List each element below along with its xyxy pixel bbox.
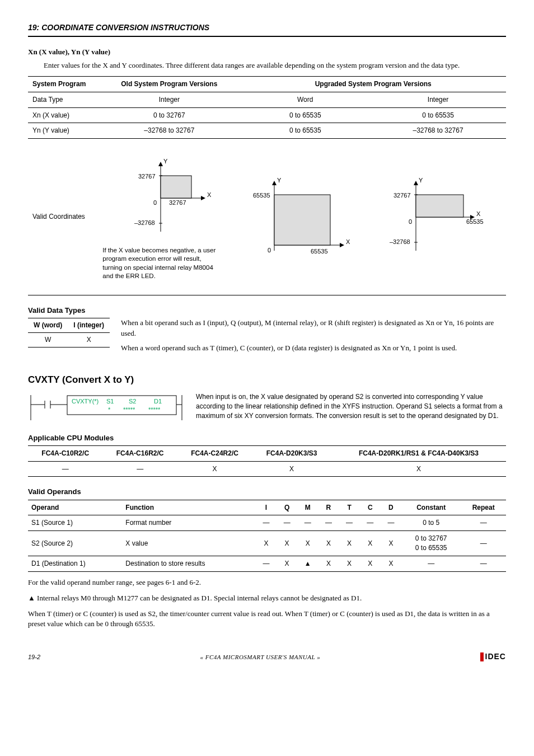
td: X xyxy=(277,531,297,556)
cvxty-desc: When input is on, the X value designated… xyxy=(196,392,506,421)
td: Yn (Y value) xyxy=(28,123,98,139)
td: — xyxy=(297,515,318,531)
svg-marker-24 xyxy=(414,181,418,185)
logo-text: IDEC xyxy=(485,651,506,663)
cvxty-row: CVXTY(*) S1 S2 D1 * ***** ***** When inp… xyxy=(28,392,506,423)
td: X xyxy=(339,531,360,556)
td: — xyxy=(28,461,102,477)
svg-marker-16 xyxy=(340,243,344,247)
manual-title: « FC4A MICROSMART USER'S MANUAL » xyxy=(200,653,320,661)
td: 0 to 65535 xyxy=(240,107,370,123)
td: W xyxy=(28,333,68,348)
svg-text:65535: 65535 xyxy=(311,248,328,255)
body-p3: When T (timer) or C (counter) is used as… xyxy=(28,609,506,629)
td: — xyxy=(256,556,277,571)
svg-text:S2: S2 xyxy=(129,398,136,405)
svg-text:65535: 65535 xyxy=(466,218,484,225)
td: X value xyxy=(122,531,256,556)
th-old-versions: Old System Program Versions xyxy=(98,76,240,92)
coord-diagram-2: Y X 65535 0 65535 xyxy=(252,172,358,262)
td: — xyxy=(360,515,381,531)
th-q: Q xyxy=(277,500,297,515)
td: — xyxy=(102,461,177,477)
td: S1 (Source 1) xyxy=(28,515,122,531)
diagram-cell-1: Y X 32767 0 32767 –32768 If the X value … xyxy=(98,139,240,295)
coordinate-table: System Program Old System Program Versio… xyxy=(28,76,506,295)
td: X xyxy=(68,333,110,348)
td: Data Type xyxy=(28,92,98,107)
svg-text:X: X xyxy=(476,210,481,217)
td: 0 to 32767 xyxy=(98,107,240,123)
th: FC4A-D20RK1/RS1 & FC4A-D40K3/S3 xyxy=(331,445,506,461)
td: X xyxy=(318,531,339,556)
td: Word xyxy=(240,92,370,107)
th-c: C xyxy=(360,500,381,515)
td: X xyxy=(331,461,506,477)
th-integer: I (integer) xyxy=(68,318,110,333)
valid-types-p2: When a word operand such as T (timer), C… xyxy=(121,343,506,353)
valid-types-p1: When a bit operand such as I (input), Q … xyxy=(121,318,506,338)
td: — xyxy=(461,556,506,571)
svg-rect-27 xyxy=(416,195,463,217)
td: X xyxy=(318,556,339,571)
td-valid-coords: Valid Coordinates xyxy=(28,139,98,295)
svg-text:*****: ***** xyxy=(148,406,161,413)
page-footer: 19-2 « FC4A MICROSMART USER'S MANUAL » I… xyxy=(28,651,506,663)
valid-operands-head: Valid Operands xyxy=(28,487,506,497)
th: FC4A-D20K3/S3 xyxy=(252,445,331,461)
td: S2 (Source 2) xyxy=(28,531,122,556)
chapter-number: 19: xyxy=(28,23,39,32)
td: Format number xyxy=(122,515,256,531)
svg-marker-3 xyxy=(201,196,205,200)
svg-text:CVXTY(*): CVXTY(*) xyxy=(72,398,99,405)
td: X xyxy=(339,556,360,571)
td: — xyxy=(277,515,297,531)
th-operand: Operand xyxy=(28,500,122,515)
svg-text:–32768: –32768 xyxy=(390,238,410,245)
section-title: Xn (X value), Yn (Y value) xyxy=(28,47,506,57)
svg-text:0: 0 xyxy=(409,218,412,225)
svg-text:32767: 32767 xyxy=(169,199,186,206)
td: X xyxy=(381,531,401,556)
coord-diagram-1: Y X 32767 0 32767 –32768 xyxy=(113,153,225,243)
td: X xyxy=(252,461,331,477)
svg-text:–32768: –32768 xyxy=(134,219,155,226)
svg-text:*****: ***** xyxy=(123,406,135,413)
td: X xyxy=(381,556,401,571)
svg-marker-1 xyxy=(158,162,163,166)
svg-text:D1: D1 xyxy=(154,398,162,405)
th-constant: Constant xyxy=(401,500,461,515)
td: — xyxy=(339,515,360,531)
ladder-diagram: CVXTY(*) S1 S2 D1 * ***** ***** xyxy=(28,392,185,423)
td: –32768 to 32767 xyxy=(98,123,240,139)
svg-marker-14 xyxy=(272,181,277,185)
td: X xyxy=(360,531,381,556)
td: 0 to 65535 xyxy=(370,107,506,123)
table-row: S2 (Source 2) X value X X X X X X X 0 to… xyxy=(28,531,506,556)
td: D1 (Destination 1) xyxy=(28,556,122,571)
idec-logo: IDEC xyxy=(480,651,506,663)
td: 0 to 65535 xyxy=(240,123,370,139)
svg-text:S1: S1 xyxy=(106,398,114,405)
section-intro: Enter values for the X and Y coordinates… xyxy=(44,60,506,71)
th-function: Function xyxy=(122,500,256,515)
th-upgraded-versions: Upgraded System Program Versions xyxy=(240,76,506,92)
td: 0 to 5 xyxy=(401,515,461,531)
th-d: D xyxy=(381,500,401,515)
diagram-cell-2: Y X 65535 0 65535 xyxy=(240,139,370,295)
td: ▲ xyxy=(297,556,318,571)
diagram-cell-3: Y X 32767 0 65535 –32768 xyxy=(370,139,506,295)
td: — xyxy=(381,515,401,531)
td: X xyxy=(177,461,252,477)
table-row: S1 (Source 1) Format number — — — — — — … xyxy=(28,515,506,531)
td: X xyxy=(256,531,277,556)
th-t: T xyxy=(339,500,360,515)
chapter-title: COORDINATE CONVERSION INSTRUCTIONS xyxy=(41,23,209,32)
table-row: D1 (Destination 1) Destination to store … xyxy=(28,556,506,571)
td: Destination to store results xyxy=(122,556,256,571)
svg-rect-17 xyxy=(274,195,330,245)
valid-data-types-head: Valid Data Types xyxy=(28,306,506,316)
svg-text:Y: Y xyxy=(163,158,168,165)
th: FC4A-C24R2/C xyxy=(177,445,252,461)
svg-text:X: X xyxy=(346,238,350,245)
